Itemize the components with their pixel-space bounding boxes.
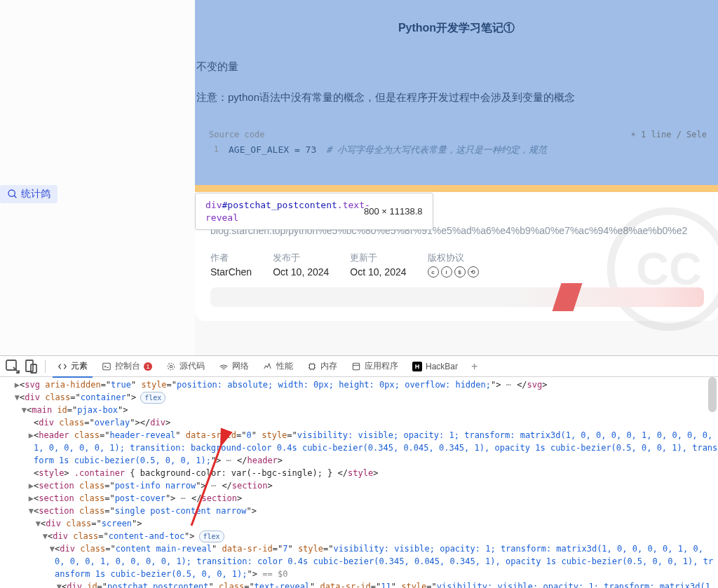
dom-tree-line[interactable]: ▼<div id="postchat_postcontent" class="t…	[7, 580, 718, 588]
elements-scrollbar[interactable]	[708, 377, 717, 412]
red-streak	[553, 283, 583, 311]
dom-tree-line[interactable]: ▶<header class="header-reveal" data-sr-i…	[7, 429, 718, 467]
svg-point-10	[168, 363, 174, 369]
cc-watermark-icon: CC	[606, 206, 718, 332]
devtools-tabbar: 元素 控制台1 源代码 网络 性能 内存 应用程序 HHackBar +	[0, 356, 718, 377]
svg-rect-11	[310, 364, 315, 369]
post-text-1: 不变的量	[195, 36, 718, 74]
svg-point-0	[8, 190, 15, 196]
tab-network[interactable]: 网络	[212, 356, 255, 377]
post-title-heading: Python开发学习笔记①	[195, 0, 718, 36]
by-icon: i	[441, 266, 452, 278]
highlight-margin-indicator	[195, 185, 718, 192]
code-header-label: Source code	[209, 130, 264, 139]
dom-tree-line[interactable]: ▶<section class="post-info narrow"> ⋯ </…	[7, 479, 718, 492]
svg-text:CC: CC	[636, 243, 702, 294]
tab-application[interactable]: 应用程序	[345, 356, 405, 377]
tab-performance[interactable]: 性能	[257, 356, 299, 377]
dom-tree-line[interactable]: ▶<section class="post-cover"> ⋯ </sectio…	[7, 492, 718, 505]
svg-rect-8	[103, 363, 111, 369]
tooltip-dimensions: 800 × 11138.8	[364, 206, 423, 217]
stats-badge[interactable]: 统计鸽	[0, 185, 57, 203]
page-viewport: 统计鸽 Python开发学习笔记① 不变的量 注意：python语法中没有常量的…	[0, 0, 718, 355]
search-icon	[7, 189, 18, 200]
updated-value: Oct 10, 2024	[350, 266, 406, 278]
dom-tree-line[interactable]: ▶<svg aria-hidden="true" style="position…	[7, 378, 718, 391]
tooltip-selector-text: div#postchat_postcontent.text-reveal	[205, 199, 353, 224]
dom-tree-line[interactable]: ▼<div class="screen">	[7, 517, 718, 530]
code-header-right: ☀ 1 line / Sele	[631, 130, 707, 139]
dom-tree-line[interactable]: ▼<section class="single post-content nar…	[7, 505, 718, 517]
devtools-panel: 元素 控制台1 源代码 网络 性能 内存 应用程序 HHackBar + ▶<s…	[0, 355, 718, 588]
published-value: Oct 10, 2024	[273, 266, 329, 278]
tab-elements[interactable]: 元素	[51, 356, 94, 377]
svg-rect-6	[26, 360, 33, 371]
published-label: 发布于	[273, 252, 329, 264]
post-text-2: 注意：python语法中没有常量的概念，但是在程序开发过程中会涉及到变量的概念	[195, 74, 718, 104]
code-line-number: 1	[201, 144, 229, 156]
tab-sources[interactable]: 源代码	[160, 356, 211, 377]
dom-tree-line[interactable]: ▼<div class="container">flex	[7, 391, 718, 404]
add-tab-button[interactable]: +	[466, 360, 483, 373]
svg-line-1	[14, 196, 16, 198]
stats-label: 统计鸽	[21, 188, 50, 200]
dom-tree-line[interactable]: <div class="overlay"></div>	[7, 416, 718, 429]
tab-hackbar[interactable]: HHackBar	[406, 356, 464, 377]
sa-icon: ⟲	[468, 266, 479, 278]
decorative-strip	[210, 287, 704, 307]
nc-icon: $	[454, 266, 466, 278]
dom-tree-line[interactable]: <style> .container { background-color: v…	[7, 467, 718, 479]
inspect-element-button[interactable]	[4, 358, 21, 375]
license-label: 版权协议	[428, 252, 479, 264]
elements-tree[interactable]: ▶<svg aria-hidden="true" style="position…	[0, 377, 718, 588]
code-block: Source code ☀ 1 line / Sele 1 AGE_OF_ALE…	[195, 125, 718, 162]
code-line-content: AGE_OF_ALEX = 73# 小写字母全为大写代表常量，这只是一种约定，规…	[229, 144, 707, 156]
svg-rect-12	[353, 363, 359, 369]
tab-console[interactable]: 控制台1	[95, 356, 158, 377]
dom-tree-line[interactable]: ▼<main id="pjax-box">	[7, 404, 718, 416]
author-value: StarChen	[210, 266, 252, 278]
tab-memory[interactable]: 内存	[301, 356, 344, 377]
hackbar-icon: H	[412, 362, 422, 371]
cc-icon: c	[428, 266, 439, 278]
updated-label: 更新于	[350, 252, 406, 264]
main-content: Python开发学习笔记① 不变的量 注意：python语法中没有常量的概念，但…	[195, 0, 718, 355]
author-label: 作者	[210, 252, 252, 264]
dom-tree-line[interactable]: ▼<div class="content-and-toc">flex	[7, 530, 718, 542]
license-icons[interactable]: c i $ ⟲	[428, 266, 479, 278]
dom-tree-line[interactable]: ▼<div class="content main-reveal" data-s…	[7, 542, 718, 580]
console-error-badge: 1	[144, 362, 152, 371]
inspector-tooltip: div#postchat_postcontent.text-reveal 800…	[195, 193, 433, 230]
svg-point-9	[170, 365, 172, 368]
device-toolbar-button[interactable]	[22, 358, 39, 375]
inspected-element-highlight: Python开发学习笔记① 不变的量 注意：python语法中没有常量的概念，但…	[195, 0, 718, 185]
left-sidebar: 统计鸽	[0, 0, 195, 355]
